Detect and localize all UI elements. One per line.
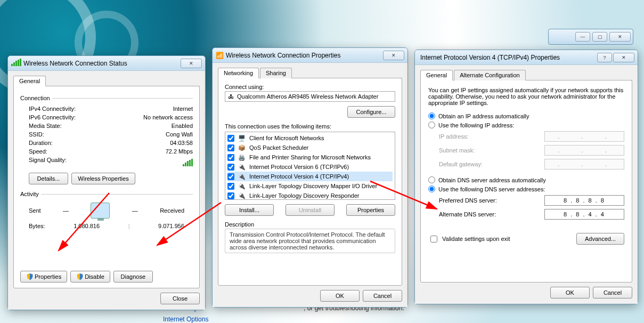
ipv4-help-button[interactable]: ?	[597, 53, 612, 62]
connection-item[interactable]: 🖨️File and Printer Sharing for Microsoft…	[227, 152, 393, 162]
bg-close-button[interactable]: ✕	[609, 32, 631, 42]
activity-label: Activity	[20, 191, 39, 197]
connection-item[interactable]: 🔌Link-Layer Topology Discovery Responder	[227, 191, 393, 200]
subnet-input	[544, 145, 624, 156]
item-checkbox[interactable]	[227, 154, 234, 161]
ok-button[interactable]: OK	[320, 290, 360, 302]
close-button[interactable]: Close	[160, 293, 200, 304]
gateway-input	[544, 159, 624, 169]
item-checkbox[interactable]	[227, 135, 234, 142]
advanced-button[interactable]: Advanced...	[576, 233, 624, 245]
tab-ipv4-alt[interactable]: Alternate Configuration	[454, 70, 526, 80]
item-checkbox[interactable]	[227, 144, 234, 151]
radio-dns-auto-label: Obtain DNS server address automatically	[438, 177, 546, 183]
network-icon: 📶	[216, 52, 224, 59]
ipv4-titlebar[interactable]: Internet Protocol Version 4 (TCP/IPv4) P…	[415, 50, 638, 65]
radio-ip-manual[interactable]	[428, 122, 435, 128]
item-properties-button[interactable]: Properties	[346, 204, 395, 216]
fileprint-icon: 🖨️	[238, 153, 246, 162]
shield-icon	[26, 273, 34, 280]
ip-address-input	[544, 131, 624, 142]
adapter-icon: 🖧	[228, 93, 234, 100]
connection-item[interactable]: 🔌Internet Protocol Version 6 (TCP/IPv6)	[227, 162, 393, 172]
properties-button-label: Properties	[35, 273, 61, 280]
properties-button[interactable]: Properties	[20, 271, 67, 282]
ssid-value: Cong Wafi	[166, 131, 193, 138]
bg-minimize-button[interactable]: —	[575, 32, 590, 42]
ipv4-properties-dialog: Internet Protocol Version 4 (TCP/IPv4) P…	[414, 50, 638, 304]
media-state-label: Media State:	[29, 123, 62, 129]
ipv4-close-button[interactable]: ✕	[613, 53, 634, 62]
ipv4-label: IPv4 Connectivity:	[29, 106, 76, 112]
protocol-icon: 🔌	[238, 172, 246, 181]
connection-item[interactable]: 📦QoS Packet Scheduler	[227, 143, 393, 152]
radio-dns-auto[interactable]	[428, 176, 435, 183]
diagnose-button[interactable]: Diagnose	[113, 271, 153, 282]
items-listbox[interactable]: 🖥️Client for Microsoft Networks📦QoS Pack…	[225, 132, 395, 200]
sidebar-link-internet-options[interactable]: Internet Options	[163, 316, 208, 323]
connection-item[interactable]: 🔌Link-Layer Topology Discovery Mapper I/…	[227, 181, 393, 191]
status-dialog-titlebar[interactable]: Wireless Network Connection Status ✕	[8, 56, 205, 71]
tab-networking[interactable]: Networking	[218, 68, 259, 78]
bytes-sent-value: 1.080.816	[74, 223, 100, 229]
install-button[interactable]: Install...	[225, 204, 274, 216]
connection-item[interactable]: 🔌Internet Protocol Version 4 (TCP/IPv4)	[227, 172, 393, 181]
bytes-received-value: 9.071.956	[158, 223, 184, 229]
wireless-properties-button[interactable]: Wireless Properties	[71, 173, 135, 184]
item-checkbox[interactable]	[227, 164, 234, 171]
subnet-label: Subnet mask:	[439, 147, 475, 154]
pref-dns-input[interactable]	[544, 195, 624, 206]
item-checkbox[interactable]	[227, 192, 234, 199]
connection-properties-dialog: 📶 Wireless Network Connection Properties…	[212, 47, 408, 308]
status-dialog: Wireless Network Connection Status ✕ Gen…	[7, 55, 206, 310]
alt-dns-input[interactable]	[544, 209, 624, 220]
bg-maximize-button[interactable]: ▢	[592, 32, 607, 42]
item-label: Link-Layer Topology Discovery Responder	[249, 192, 359, 199]
duration-value: 04:03:58	[170, 140, 193, 146]
speed-value: 72.2 Mbps	[166, 148, 193, 155]
disable-button[interactable]: Disable	[70, 271, 110, 282]
tab-ipv4-general[interactable]: General	[420, 70, 453, 80]
qos-icon: 📦	[238, 143, 246, 152]
ipv4-cancel-button[interactable]: Cancel	[593, 287, 632, 298]
status-dialog-title: Wireless Network Connection Status	[23, 60, 180, 67]
pref-dns-label: Preferred DNS server:	[439, 197, 497, 204]
conn-props-titlebar[interactable]: 📶 Wireless Network Connection Properties…	[213, 48, 407, 63]
radio-ip-auto[interactable]	[428, 112, 435, 119]
item-checkbox[interactable]	[227, 183, 234, 190]
signal-quality-icon	[183, 157, 193, 167]
ssid-label: SSID:	[29, 131, 44, 138]
ipv4-intro-text: You can get IP settings assigned automat…	[428, 87, 624, 106]
details-button[interactable]: Details...	[29, 173, 68, 184]
item-label: Link-Layer Topology Discovery Mapper I/O…	[249, 183, 377, 189]
validate-checkbox[interactable]	[430, 236, 437, 243]
ipv4-ok-button[interactable]: OK	[550, 287, 590, 298]
gateway-label: Default gateway:	[439, 161, 483, 167]
duration-label: Duration:	[29, 140, 53, 146]
adapter-field: 🖧 Qualcomm Atheros AR9485 Wireless Netwo…	[225, 91, 395, 102]
signal-quality-label: Signal Quality:	[29, 157, 67, 167]
protocol-icon: 🔌	[238, 163, 246, 171]
media-state-value: Enabled	[172, 123, 193, 129]
description-text: Transmission Control Protocol/Internet P…	[225, 229, 395, 253]
status-dialog-close-button[interactable]: ✕	[181, 59, 202, 68]
radio-dns-manual[interactable]	[428, 185, 435, 192]
item-label: Client for Microsoft Networks	[249, 135, 324, 141]
tab-general[interactable]: General	[13, 76, 46, 86]
uninstall-button: Uninstall	[286, 204, 335, 216]
cancel-button[interactable]: Cancel	[363, 290, 402, 302]
monitor-icon	[91, 203, 110, 219]
tab-sharing[interactable]: Sharing	[260, 68, 292, 78]
conn-props-close-button[interactable]: ✕	[383, 51, 404, 60]
radio-ip-auto-label: Obtain an IP address automatically	[438, 113, 529, 119]
activity-sent-label: Sent	[29, 207, 41, 214]
connect-using-label: Connect using:	[225, 84, 395, 90]
bytes-label: Bytes:	[29, 223, 45, 229]
connection-label: Connection	[20, 95, 50, 101]
configure-button[interactable]: Configure...	[347, 106, 395, 118]
connection-item[interactable]: 🖥️Client for Microsoft Networks	[227, 133, 393, 143]
conn-props-title: Wireless Network Connection Properties	[226, 52, 382, 59]
item-checkbox[interactable]	[227, 173, 234, 180]
ip-address-label: IP address:	[439, 133, 468, 140]
ipv6-value: No network access	[143, 114, 193, 120]
